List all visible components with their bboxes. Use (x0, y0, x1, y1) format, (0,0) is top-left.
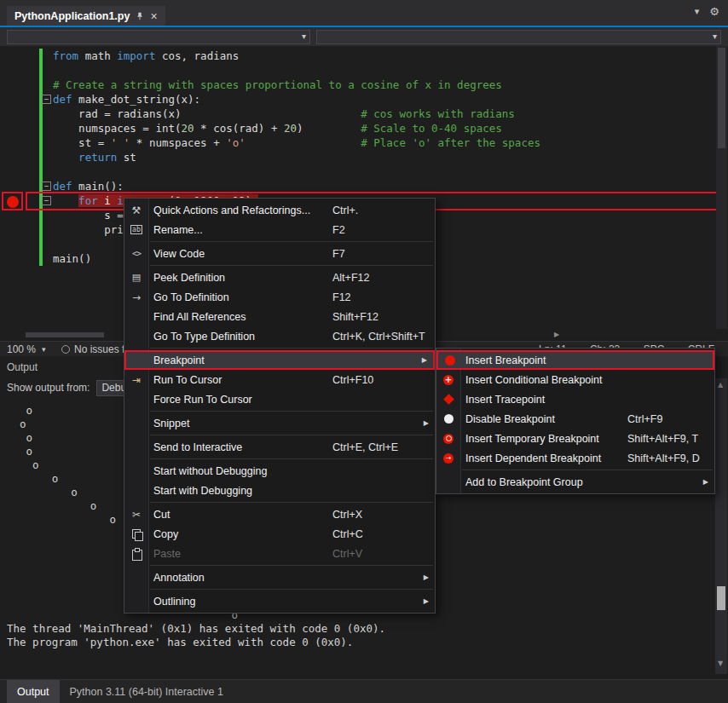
menu-separator (150, 265, 433, 266)
menu-item-insert-tracepoint[interactable]: Insert Tracepoint (436, 389, 714, 409)
menu-item-label: Add to Breakpoint Group (465, 476, 583, 488)
chevron-down-icon: ▾ (302, 32, 306, 41)
scroll-right-icon[interactable]: ▶ (554, 331, 559, 338)
output-vertical-scrollbar[interactable]: ▲ ▼ (715, 378, 727, 674)
menu-item-label: Go To Type Definition (153, 331, 255, 343)
menu-item-label: Outlining (153, 596, 195, 608)
menu-item-outlining[interactable]: Outlining▶ (124, 591, 435, 611)
menu-item-shortcut: F2 (332, 224, 345, 236)
document-tab-title: PythonApplication1.py (14, 10, 130, 22)
pin-icon[interactable] (136, 11, 144, 21)
menu-separator (150, 502, 433, 503)
menu-item-shortcut: Ctrl+C (332, 528, 363, 540)
menu-item-snippet[interactable]: Snippet▶ (124, 413, 435, 433)
menu-item-label: Insert Breakpoint (465, 354, 546, 366)
code-line: rad = radians(x) # cos works with radian… (53, 107, 515, 121)
menu-item-quick-actions[interactable]: Quick Actions and Refactorings...Ctrl+. (124, 200, 435, 220)
menu-item-shortcut: F7 (332, 248, 345, 260)
zoom-control[interactable]: 100 % ▾ (7, 343, 46, 355)
chevron-down-icon[interactable]: ▾ (695, 6, 700, 17)
editor-vertical-scrollbar[interactable] (716, 46, 727, 329)
run-to-cursor-icon (129, 372, 144, 388)
panel-tab-bar: Output Python 3.11 (64-bit) Interactive … (0, 679, 728, 703)
menu-item-shortcut: Ctrl+F9 (627, 413, 662, 425)
menu-item-label: Send to Interactive (153, 441, 242, 453)
menu-item-copy[interactable]: CopyCtrl+C (124, 524, 435, 544)
menu-item-shortcut: Ctrl+K, Ctrl+Shift+T (332, 331, 425, 343)
document-tab[interactable]: PythonApplication1.py × (7, 6, 165, 26)
bp-temporary-icon (441, 431, 456, 447)
scrollbar-thumb[interactable] (717, 586, 725, 610)
menu-item-shortcut: Ctrl+F10 (332, 374, 373, 386)
menu-item-shortcut: Ctrl+E, Ctrl+E (332, 441, 398, 453)
code-line: st = ' ' * numspaces + 'o' # Place 'o' a… (53, 135, 540, 150)
chevron-down-icon: ▾ (42, 345, 46, 354)
menu-item-label: Start without Debugging (153, 465, 267, 477)
bp-tracepoint-icon (441, 392, 456, 407)
menu-item-label: Copy (153, 528, 178, 540)
menu-item-rename[interactable]: Rename...F2 (124, 220, 435, 239)
code-line: −def make_dot_string(x): (53, 92, 200, 107)
menu-item-label: Insert Conditional Breakpoint (465, 374, 603, 386)
menu-item-label: Start with Debugging (153, 485, 252, 497)
context-menu: Quick Actions and Refactorings...Ctrl+.R… (124, 198, 436, 614)
menu-item-insert-breakpoint[interactable]: Insert Breakpoint (436, 350, 714, 370)
scroll-down-icon[interactable]: ▼ (718, 660, 723, 667)
tab-python-interactive[interactable]: Python 3.11 (64-bit) Interactive 1 (60, 680, 234, 703)
menu-item-breakpoint[interactable]: Breakpoint▶ (124, 350, 435, 370)
menu-item-label: Annotation (153, 572, 205, 584)
menu-item-label: Find All References (153, 311, 246, 323)
fold-collapse-icon[interactable]: − (42, 182, 51, 191)
menu-item-label: View Code (153, 248, 205, 260)
menu-item-shortcut: Shift+Alt+F9, T (627, 433, 698, 445)
menu-item-cut[interactable]: CutCtrl+X (124, 504, 435, 524)
menu-item-add-to-breakpoint-group[interactable]: Add to Breakpoint Group▶ (436, 472, 714, 492)
menu-separator (150, 458, 433, 459)
submenu-arrow-icon: ▶ (703, 478, 708, 486)
menu-item-go-to-type-definition[interactable]: Go To Type DefinitionCtrl+K, Ctrl+Shift+… (124, 326, 435, 346)
fold-collapse-icon[interactable]: − (42, 95, 51, 104)
breakpoint-submenu: Insert BreakpointInsert Conditional Brea… (436, 348, 715, 494)
menu-item-label: Quick Actions and Refactorings... (153, 205, 310, 216)
submenu-arrow-icon: ▶ (424, 573, 429, 581)
scroll-up-icon[interactable]: ▲ (718, 381, 723, 389)
submenu-arrow-icon: ▶ (424, 597, 429, 605)
menu-item-label: Rename... (153, 224, 203, 236)
close-icon[interactable]: × (150, 10, 157, 22)
types-dropdown[interactable]: ▾ (7, 30, 310, 44)
menu-item-peek-definition[interactable]: Peek DefinitionAlt+F12 (124, 268, 435, 287)
menu-separator (150, 565, 433, 566)
scrollbar-thumb[interactable] (718, 48, 725, 148)
menu-item-go-to-definition[interactable]: Go To DefinitionF12 (124, 287, 435, 307)
bp-dependent-icon (441, 451, 456, 466)
menu-item-insert-conditional-breakpoint[interactable]: Insert Conditional Breakpoint (436, 370, 714, 389)
menu-item-annotation[interactable]: Annotation▶ (124, 568, 435, 587)
menu-item-shortcut: Ctrl+V (332, 548, 362, 560)
menu-item-run-to-cursor[interactable]: Run To CursorCtrl+F10 (124, 370, 435, 389)
menu-item-force-run-to-cursor[interactable]: Force Run To Cursor (124, 389, 435, 409)
cut-icon (129, 507, 144, 522)
menu-item-insert-temporary-breakpoint[interactable]: Insert Temporary BreakpointShift+Alt+F9,… (436, 429, 714, 448)
tab-output[interactable]: Output (7, 680, 60, 703)
menu-item-find-all-references[interactable]: Find All ReferencesShift+F12 (124, 307, 435, 326)
menu-item-start-without-debugging[interactable]: Start without Debugging (124, 461, 435, 481)
issues-icon (61, 345, 70, 354)
menu-item-send-to-interactive[interactable]: Send to InteractiveCtrl+E, Ctrl+E (124, 437, 435, 457)
menu-item-label: Paste (153, 548, 181, 560)
menu-item-label: Disable Breakpoint (465, 413, 555, 425)
copy-icon (129, 527, 144, 542)
issues-text: No issues found (74, 343, 130, 355)
menu-item-shortcut: Ctrl+. (332, 205, 358, 216)
issues-indicator[interactable]: No issues found (61, 343, 130, 355)
menu-item-view-code[interactable]: View CodeF7 (124, 244, 435, 263)
menu-item-start-with-debugging[interactable]: Start with Debugging (124, 481, 435, 500)
scrollbar-thumb[interactable] (26, 332, 104, 337)
gear-icon[interactable]: ⚙ (709, 5, 719, 18)
code-line: from math import cos, radians (53, 49, 239, 63)
members-dropdown[interactable]: ▾ (316, 30, 721, 44)
menu-item-insert-dependent-breakpoint[interactable]: Insert Dependent BreakpointShift+Alt+F9,… (436, 448, 714, 468)
breakpoint-icon[interactable] (7, 196, 19, 208)
menu-item-paste[interactable]: PasteCtrl+V (124, 544, 435, 563)
menu-item-disable-breakpoint[interactable]: Disable BreakpointCtrl+F9 (436, 409, 714, 429)
output-line: The thread 'MainThread' (0x1) has exited… (7, 622, 385, 636)
